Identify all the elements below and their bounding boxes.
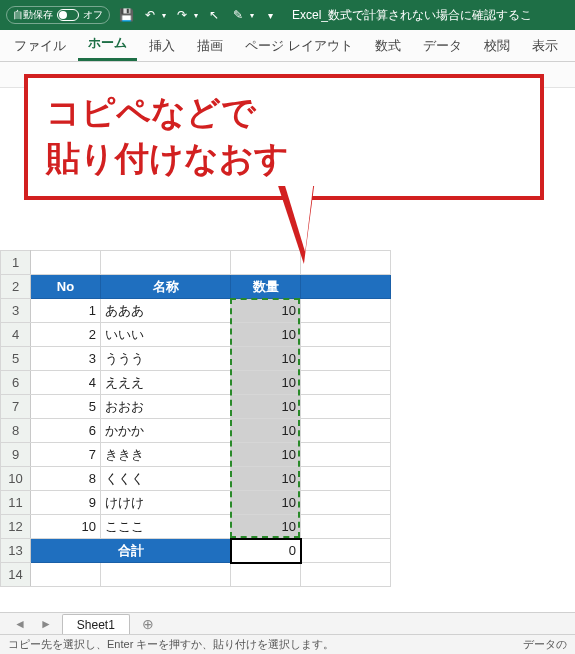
row-header[interactable]: 13 bbox=[1, 539, 31, 563]
cell[interactable]: 8 bbox=[31, 467, 101, 491]
cell[interactable] bbox=[101, 251, 231, 275]
cell[interactable]: 10 bbox=[231, 467, 301, 491]
cell[interactable] bbox=[301, 395, 391, 419]
cell[interactable] bbox=[301, 347, 391, 371]
cell[interactable] bbox=[301, 515, 391, 539]
cell[interactable]: こここ bbox=[101, 515, 231, 539]
ribbon-tab-描画[interactable]: 描画 bbox=[187, 31, 233, 61]
cell[interactable]: 10 bbox=[231, 299, 301, 323]
pen-menu-icon[interactable]: ▾ bbox=[250, 11, 254, 20]
cell[interactable]: 名称 bbox=[101, 275, 231, 299]
row-header[interactable]: 1 bbox=[1, 251, 31, 275]
cell[interactable] bbox=[101, 563, 231, 587]
row-header[interactable]: 3 bbox=[1, 299, 31, 323]
row-header[interactable]: 4 bbox=[1, 323, 31, 347]
cell[interactable]: 6 bbox=[31, 419, 101, 443]
cell[interactable]: 10 bbox=[231, 395, 301, 419]
cell[interactable]: 2 bbox=[31, 323, 101, 347]
sheet-nav-next-icon[interactable]: ► bbox=[36, 617, 56, 631]
cell[interactable]: 7 bbox=[31, 443, 101, 467]
cell[interactable]: 5 bbox=[31, 395, 101, 419]
sheet-nav-prev-icon[interactable]: ◄ bbox=[10, 617, 30, 631]
ribbon-tab-校閲[interactable]: 校閲 bbox=[474, 31, 520, 61]
cell[interactable]: あああ bbox=[101, 299, 231, 323]
toggle-icon bbox=[57, 9, 79, 21]
cell[interactable] bbox=[301, 275, 391, 299]
cell[interactable]: 3 bbox=[31, 347, 101, 371]
row-header[interactable]: 5 bbox=[1, 347, 31, 371]
cell[interactable]: 9 bbox=[31, 491, 101, 515]
cell[interactable] bbox=[301, 323, 391, 347]
cell[interactable] bbox=[301, 299, 391, 323]
add-sheet-icon[interactable]: ⊕ bbox=[136, 616, 160, 632]
row-header[interactable]: 6 bbox=[1, 371, 31, 395]
cell[interactable]: おおお bbox=[101, 395, 231, 419]
ribbon-tab-ホーム[interactable]: ホーム bbox=[78, 28, 137, 61]
cell[interactable]: かかか bbox=[101, 419, 231, 443]
cell[interactable] bbox=[301, 419, 391, 443]
cell[interactable]: 合計 bbox=[31, 539, 231, 563]
cell[interactable]: 4 bbox=[31, 371, 101, 395]
undo-icon[interactable]: ↶ bbox=[142, 8, 158, 22]
row-header[interactable]: 10 bbox=[1, 467, 31, 491]
cell[interactable]: けけけ bbox=[101, 491, 231, 515]
row-header[interactable]: 11 bbox=[1, 491, 31, 515]
ribbon-tab-ページ レイアウト[interactable]: ページ レイアウト bbox=[235, 31, 363, 61]
cell[interactable]: 1 bbox=[31, 299, 101, 323]
cell[interactable]: 10 bbox=[31, 515, 101, 539]
cell[interactable] bbox=[31, 563, 101, 587]
save-icon[interactable]: 💾 bbox=[118, 8, 134, 22]
autosave-toggle[interactable]: 自動保存 オフ bbox=[6, 6, 110, 24]
cell[interactable] bbox=[31, 251, 101, 275]
redo-icon[interactable]: ↷ bbox=[174, 8, 190, 22]
cell[interactable] bbox=[301, 467, 391, 491]
row-header[interactable]: 14 bbox=[1, 563, 31, 587]
cell[interactable]: いいい bbox=[101, 323, 231, 347]
undo-menu-icon[interactable]: ▾ bbox=[162, 11, 166, 20]
cell[interactable] bbox=[301, 539, 391, 563]
title-bar: 自動保存 オフ 💾 ↶ ▾ ↷ ▾ ↖ ✎ ▾ ▾ Excel_数式で計算されな… bbox=[0, 0, 575, 30]
cell[interactable] bbox=[301, 563, 391, 587]
qat-overflow-icon[interactable]: ▾ bbox=[262, 10, 278, 21]
pen-icon[interactable]: ✎ bbox=[230, 8, 246, 22]
cell[interactable]: くくく bbox=[101, 467, 231, 491]
sheet-table[interactable]: 12No名称数量31あああ1042いいい1053ううう1064えええ1075おお… bbox=[0, 250, 391, 587]
cell[interactable] bbox=[301, 371, 391, 395]
redo-menu-icon[interactable]: ▾ bbox=[194, 11, 198, 20]
row-header[interactable]: 9 bbox=[1, 443, 31, 467]
cursor-icon[interactable]: ↖ bbox=[206, 8, 222, 22]
sheet-tab-label: Sheet1 bbox=[77, 618, 115, 632]
cell[interactable]: 10 bbox=[231, 419, 301, 443]
row-header[interactable]: 2 bbox=[1, 275, 31, 299]
ribbon-tab-表示[interactable]: 表示 bbox=[522, 31, 568, 61]
cell[interactable]: えええ bbox=[101, 371, 231, 395]
cell[interactable]: 10 bbox=[231, 347, 301, 371]
cell[interactable] bbox=[301, 251, 391, 275]
cell[interactable]: 0 bbox=[231, 539, 301, 563]
row-header[interactable]: 8 bbox=[1, 419, 31, 443]
cell[interactable]: 10 bbox=[231, 491, 301, 515]
cell[interactable]: ききき bbox=[101, 443, 231, 467]
status-bar: コピー先を選択し、Enter キーを押すか、貼り付けを選択します。 データの bbox=[0, 634, 575, 654]
ribbon-tab-データ[interactable]: データ bbox=[413, 31, 472, 61]
ribbon-tab-数式[interactable]: 数式 bbox=[365, 31, 411, 61]
ribbon-tab-ファイル[interactable]: ファイル bbox=[4, 31, 76, 61]
cell[interactable]: 数量 bbox=[231, 275, 301, 299]
cell[interactable] bbox=[301, 491, 391, 515]
cell[interactable]: 10 bbox=[231, 443, 301, 467]
row-header[interactable]: 12 bbox=[1, 515, 31, 539]
cell[interactable]: No bbox=[31, 275, 101, 299]
cell[interactable] bbox=[231, 563, 301, 587]
cell[interactable]: 10 bbox=[231, 371, 301, 395]
ribbon-tabs: ファイルホーム挿入描画ページ レイアウト数式データ校閲表示 bbox=[0, 30, 575, 62]
cell[interactable] bbox=[301, 443, 391, 467]
cell[interactable]: ううう bbox=[101, 347, 231, 371]
ribbon-tab-挿入[interactable]: 挿入 bbox=[139, 31, 185, 61]
cell[interactable]: 10 bbox=[231, 323, 301, 347]
spreadsheet-grid[interactable]: 12No名称数量31あああ1042いいい1053ううう1064えええ1075おお… bbox=[0, 250, 575, 614]
cell[interactable]: 10 bbox=[231, 515, 301, 539]
callout-text: コピペなどで 貼り付けなおす bbox=[24, 74, 544, 200]
row-header[interactable]: 7 bbox=[1, 395, 31, 419]
autosave-state: オフ bbox=[83, 8, 103, 22]
sheet-tab[interactable]: Sheet1 bbox=[62, 614, 130, 635]
